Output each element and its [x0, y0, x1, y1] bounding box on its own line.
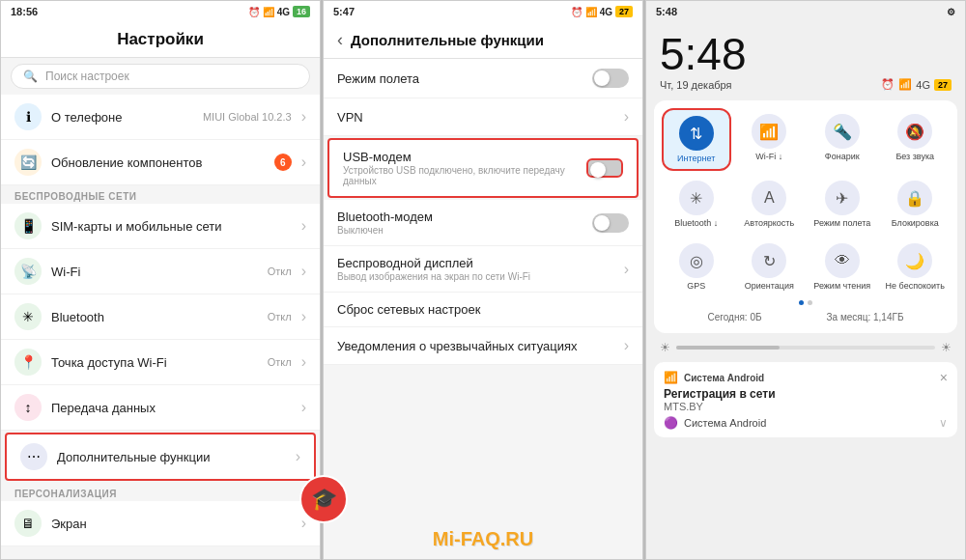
- search-placeholder: Поиск настроек: [45, 70, 129, 83]
- quick-btn-lock[interactable]: 🔒 Блокировка: [881, 175, 951, 234]
- usb-subtitle: Устройство USB подключено, включите пере…: [343, 165, 577, 186]
- search-bar[interactable]: 🔍 Поиск настроек: [11, 64, 310, 89]
- network-4g: 4G: [277, 7, 290, 17]
- adv-item-wireless-display[interactable]: Беспроводной дисплей Вывод изображения н…: [324, 246, 642, 293]
- usb-toggle[interactable]: [586, 158, 623, 178]
- gps-label: GPS: [687, 281, 705, 291]
- network-4g-3: 4G: [916, 79, 930, 91]
- about-label: О телефоне: [51, 110, 193, 125]
- screen-label: Экран: [51, 517, 292, 531]
- data-chevron: [301, 399, 306, 416]
- flashlight-label: Фонарик: [825, 152, 860, 161]
- quick-btn-dnd[interactable]: 🌙 Не беспокоить: [881, 238, 951, 296]
- airplane-quick-icon: ✈: [825, 181, 860, 215]
- settings-item-bluetooth[interactable]: ✳ Bluetooth Откл: [1, 294, 320, 340]
- brightness-track[interactable]: [676, 346, 935, 350]
- quick-btn-bluetooth[interactable]: ✳ Bluetooth ↓: [662, 175, 731, 234]
- dot-2: [808, 300, 812, 305]
- notif-dismiss-1[interactable]: ×: [940, 370, 948, 385]
- brightness-row: ☀ ☀: [646, 337, 965, 358]
- quick-grid: ⇅ Интернет 📶 Wi-Fi ↓ 🔦 Фонарик 🔕 Без зву…: [662, 108, 950, 296]
- internet-icon: ⇅: [679, 116, 714, 151]
- status-icons-2: ⏰ 📶 4G 27: [571, 6, 633, 17]
- section-wireless: БЕСПРОВОДНЫЕ СЕТИ: [1, 185, 320, 204]
- bt-modem-text: Bluetooth-модем Выключен: [337, 210, 582, 236]
- usb-label: USB-модем: [343, 150, 577, 164]
- mascot-area: 🎓: [299, 475, 357, 533]
- quick-btn-flashlight[interactable]: 🔦 Фонарик: [808, 108, 877, 171]
- airplane-toggle[interactable]: [592, 69, 629, 88]
- settings-item-about[interactable]: ℹ О телефоне MIUI Global 10.2.3: [1, 95, 320, 140]
- airplane-quick-label: Режим полета: [813, 218, 870, 228]
- settings-item-data[interactable]: ↕ Передача данных: [1, 385, 320, 431]
- settings-item-additional[interactable]: ⋯ Дополнительные функции: [5, 433, 316, 481]
- wireless-display-text: Беспроводной дисплей Вывод изображения н…: [337, 256, 614, 282]
- date-status-icons: ⏰ 📶 4G 27: [881, 78, 952, 91]
- settings-item-wifi[interactable]: 📡 Wi-Fi Откл: [1, 249, 320, 294]
- back-button[interactable]: ‹: [337, 30, 343, 50]
- quick-btn-wifi[interactable]: 📶 Wi-Fi ↓: [735, 108, 805, 171]
- sim-chevron: [301, 217, 306, 235]
- signal-icon-2: 📶: [585, 7, 597, 17]
- updates-label: Обновление компонентов: [51, 155, 265, 170]
- settings-item-sim[interactable]: 📱 SIM-карты и мобильные сети: [1, 204, 320, 249]
- data-icon: ↕: [14, 394, 42, 421]
- silent-label: Без звука: [895, 152, 934, 161]
- bt-modem-label: Bluetooth-модем: [337, 210, 582, 224]
- data-month: За месяц: 1,14ГБ: [827, 312, 904, 322]
- settings-item-screen[interactable]: 🖥 Экран: [1, 501, 320, 546]
- flashlight-icon: 🔦: [825, 114, 860, 149]
- adv-item-bt-modem[interactable]: Bluetooth-модем Выключен: [324, 200, 642, 246]
- quick-btn-gps[interactable]: ◎ GPS: [662, 238, 731, 296]
- notif-sub-chevron: ∨: [939, 416, 948, 430]
- vpn-label: VPN: [337, 110, 614, 125]
- updates-badge: 6: [274, 154, 292, 171]
- status-icons-3: ⚙: [947, 7, 955, 17]
- alarm-icon-3: ⏰: [881, 78, 895, 91]
- brightness-fill: [676, 346, 780, 350]
- adv-item-emergency[interactable]: Уведомления о чрезвычайных ситуациях: [324, 327, 642, 365]
- hotspot-icon: 📍: [14, 349, 42, 376]
- notification-card-1[interactable]: 📶 Система Android × Регистрация в сети M…: [654, 362, 957, 437]
- alarm-icon: ⏰: [248, 7, 260, 17]
- orientation-icon: ↻: [752, 243, 786, 278]
- screen-icon: 🖥: [14, 510, 42, 537]
- autobrightness-label: Автояркость: [744, 218, 794, 228]
- bluetooth-chevron: [301, 308, 306, 325]
- quick-btn-orientation[interactable]: ↻ Ориентация: [735, 238, 805, 296]
- data-label: Передача данных: [51, 401, 292, 415]
- adv-item-vpn[interactable]: VPN: [324, 98, 642, 136]
- signal-icon: 📶: [263, 7, 274, 17]
- time-2: 5:47: [333, 6, 355, 17]
- vpn-chevron: [624, 108, 629, 126]
- status-icons-1: ⏰ 📶 4G 16: [248, 6, 310, 17]
- quick-btn-readingmode[interactable]: 👁 Режим чтения: [808, 238, 877, 296]
- screen2: 5:47 ⏰ 📶 4G 27 ‹ Дополнительные функции …: [323, 0, 643, 560]
- updates-icon: 🔄: [14, 149, 42, 176]
- bt-modem-toggle[interactable]: [592, 213, 629, 233]
- notif-app-1: Система Android: [684, 373, 934, 383]
- quick-btn-airplane[interactable]: ✈ Режим полета: [808, 175, 877, 234]
- quick-panel: ⇅ Интернет 📶 Wi-Fi ↓ 🔦 Фонарик 🔕 Без зву…: [654, 100, 957, 333]
- bluetooth-quick-label: Bluetooth ↓: [674, 218, 718, 228]
- battery-3: 27: [934, 79, 952, 91]
- screen1-header: Настройки: [1, 22, 320, 58]
- settings-item-hotspot[interactable]: 📍 Точка доступа Wi-Fi Откл: [1, 340, 320, 385]
- sim-label: SIM-карты и мобильные сети: [51, 219, 292, 234]
- date-row: Чт, 19 декабря ⏰ 📶 4G 27: [646, 76, 965, 97]
- search-icon: 🔍: [23, 70, 38, 83]
- dnd-icon: 🌙: [897, 243, 932, 278]
- adv-item-usb[interactable]: USB-модем Устройство USB подключено, вкл…: [327, 138, 639, 198]
- gear-icon[interactable]: ⚙: [947, 7, 955, 17]
- quick-btn-internet[interactable]: ⇅ Интернет: [662, 108, 731, 171]
- adv-item-reset[interactable]: Сброс сетевых настроек: [324, 293, 642, 327]
- gps-icon: ◎: [679, 243, 714, 278]
- adv-item-airplane[interactable]: Режим полета: [324, 59, 642, 98]
- wireless-display-chevron: [624, 261, 629, 278]
- settings-item-updates[interactable]: 🔄 Обновление компонентов 6: [1, 140, 320, 185]
- alarm-icon-2: ⏰: [571, 7, 582, 17]
- wifi-right: Откл: [268, 266, 292, 277]
- date-display: Чт, 19 декабря: [660, 79, 732, 91]
- quick-btn-autobrightness[interactable]: A Автояркость: [735, 175, 805, 234]
- quick-btn-silent[interactable]: 🔕 Без звука: [881, 108, 951, 171]
